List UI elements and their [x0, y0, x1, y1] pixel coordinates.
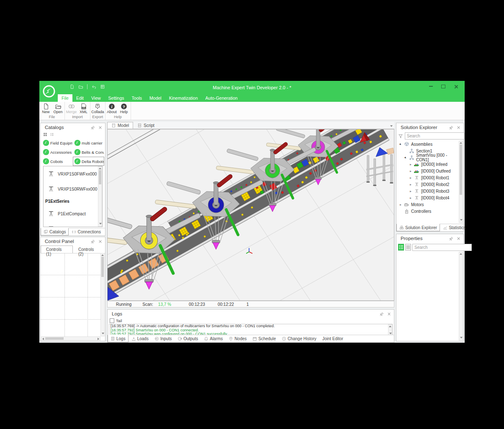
close-icon[interactable]: [98, 125, 103, 130]
menu-item-tools[interactable]: Tools: [128, 94, 146, 102]
tree-item-smartvisu-000-con1[interactable]: ▸SmartVisu [000 - CON1]: [397, 154, 458, 161]
tree-item-id000-outfeed[interactable]: ▸[ID000] Outfeed: [397, 168, 458, 174]
expander-collapsed-icon[interactable]: ▸: [409, 196, 412, 200]
minimize-icon[interactable]: [424, 83, 437, 90]
expander-collapsed-icon[interactable]: ▸: [409, 176, 412, 180]
menu-item-settings[interactable]: Settings: [105, 94, 128, 102]
expander-expanded-icon[interactable]: ▸: [403, 155, 408, 160]
about-button[interactable]: iAbout: [106, 102, 118, 115]
solution-explorer-scrollbar[interactable]: [459, 141, 463, 223]
tail-checkbox[interactable]: [110, 318, 114, 323]
collada-button[interactable]: Collada: [91, 102, 105, 115]
tree-item-assemblies[interactable]: ▸Assemblies: [397, 141, 458, 147]
control-panel-vscrollbar[interactable]: [100, 253, 105, 336]
tab-connections[interactable]: Connections: [69, 228, 104, 235]
tab-solution-explorer[interactable]: Solution Explorer: [396, 224, 440, 231]
catalog-tile-field-equipment[interactable]: Field Equipment: [41, 138, 73, 147]
open-icon[interactable]: [78, 84, 83, 89]
tab-model[interactable]: Model: [107, 122, 133, 129]
grid-view-icon[interactable]: [43, 132, 47, 137]
solution-explorer-search-input[interactable]: [405, 132, 464, 140]
catalog-item-vrxp1s0rwfxx000[interactable]: VRXP1S0RWFxx000: [44, 181, 102, 196]
tab-joint-editor[interactable]: Joint Editor: [319, 335, 346, 342]
model-3d-viewport[interactable]: [107, 129, 394, 301]
catalog-tile-belts-conveyors[interactable]: Belts & Conveyors: [73, 147, 104, 157]
expander-expanded-icon[interactable]: ▸: [398, 142, 403, 147]
tree-item-id000-robot2[interactable]: ▸[ID000] Robot2: [397, 181, 458, 188]
pin-icon[interactable]: [90, 125, 95, 130]
tree-item-id000-robot1[interactable]: ▸[ID000] Robot1: [397, 174, 458, 181]
redo-icon[interactable]: [100, 84, 105, 89]
new-icon[interactable]: [69, 84, 75, 89]
filter-icon[interactable]: [398, 134, 403, 139]
catalog-item-p1extcompact[interactable]: P1ExtCompact: [44, 206, 102, 221]
solution-explorer-title: Solution Explorer: [401, 125, 437, 130]
properties-title: Properties: [401, 236, 422, 241]
tab-inputs[interactable]: Inputs: [152, 335, 175, 342]
menu-item-edit[interactable]: Edit: [72, 94, 87, 102]
tab-nodes[interactable]: Nodes: [226, 335, 249, 342]
tab-loads[interactable]: Loads: [129, 335, 152, 342]
expander-collapsed-icon[interactable]: ▸: [409, 169, 412, 173]
tree-item-controllers[interactable]: Controllers: [397, 208, 458, 214]
catalog-item-p1extcompactrotax[interactable]: P1ExtCompactRotAx: [44, 221, 102, 227]
tab-script[interactable]: Script: [133, 122, 159, 129]
catalog-tile-delta-robots[interactable]: Delta Robots: [73, 157, 104, 166]
catalog-list-scrollbar[interactable]: [98, 166, 102, 227]
xml-button[interactable]: XMLXML: [77, 102, 90, 115]
new-button[interactable]: New: [40, 102, 52, 115]
tab-catalogs[interactable]: Catalogs: [41, 228, 69, 235]
undo-icon[interactable]: [91, 84, 96, 89]
tab-controls-1[interactable]: Controls (1): [41, 246, 73, 253]
svg-text:i: i: [111, 105, 113, 109]
tab-change-history[interactable]: Change History: [279, 335, 319, 342]
catalog-item-label: P1ExtCompact: [58, 212, 86, 216]
close-icon[interactable]: [98, 239, 103, 244]
control-panel-canvas[interactable]: [41, 253, 100, 336]
expander-collapsed-icon[interactable]: ▸: [409, 183, 412, 186]
pin-icon[interactable]: [379, 311, 384, 317]
properties-scrollbar[interactable]: [459, 252, 463, 341]
close-icon[interactable]: [456, 236, 461, 241]
catalog-tile-accessories[interactable]: Accessories: [41, 147, 73, 157]
menu-item-file[interactable]: File: [58, 94, 72, 102]
chevron-down-icon[interactable]: [390, 125, 393, 127]
alphabetical-view-button[interactable]: [405, 244, 411, 251]
se-logo-icon: [74, 158, 81, 165]
tree-item-motors[interactable]: ▸Motors: [397, 201, 458, 208]
expander-collapsed-icon[interactable]: ▸: [399, 203, 402, 207]
close-icon[interactable]: [456, 125, 461, 130]
catalog-tile-cobots[interactable]: Cobots: [41, 157, 73, 166]
catalog-item-vrxp1s0fwfxx000[interactable]: VRXP1S0FWFxx000: [44, 166, 102, 181]
expander-collapsed-icon[interactable]: ▸: [409, 163, 412, 166]
properties-search-input[interactable]: [412, 244, 472, 251]
tab-label: Alarms: [210, 336, 223, 341]
expander-collapsed-icon[interactable]: ▸: [409, 189, 412, 193]
restore-icon[interactable]: [437, 83, 450, 90]
menu-item-view[interactable]: View: [87, 94, 105, 102]
pin-icon[interactable]: [448, 236, 454, 241]
control-panel-hscrollbar[interactable]: [41, 336, 100, 341]
robot-node-icon: [414, 189, 419, 194]
tab-logs[interactable]: Logs: [108, 335, 129, 342]
tab-statistics[interactable]: Statistics: [440, 224, 468, 231]
tab-outputs[interactable]: Outputs: [175, 335, 201, 342]
tab-controls-2[interactable]: Controls (2): [73, 246, 105, 253]
help-button[interactable]: ?Help: [118, 102, 130, 115]
catalog-tile-multi-carrier[interactable]: multi carrier: [73, 138, 104, 147]
tab-schedule[interactable]: Schedule: [249, 335, 279, 342]
solution-explorer-panel: Solution Explorer ▸AssembliesSection1▸Sm…: [396, 123, 464, 232]
tree-item-id000-robot3[interactable]: ▸[ID000] Robot3: [397, 188, 458, 194]
menu-item-model[interactable]: Model: [146, 94, 165, 102]
pin-icon[interactable]: [90, 239, 95, 244]
categorized-view-button[interactable]: [398, 244, 404, 251]
list-view-icon[interactable]: [50, 132, 54, 137]
close-icon[interactable]: [386, 311, 392, 317]
tree-item-id000-robot4[interactable]: ▸[ID000] Robot4: [397, 194, 458, 201]
menu-item-auto-generation[interactable]: Auto-Generation: [202, 94, 242, 102]
close-icon[interactable]: [450, 83, 462, 90]
menu-item-kinematization[interactable]: Kinematization: [165, 94, 202, 102]
pin-icon[interactable]: [448, 125, 454, 130]
open-button[interactable]: Open: [52, 102, 64, 115]
tab-alarms[interactable]: Alarms: [201, 335, 226, 342]
